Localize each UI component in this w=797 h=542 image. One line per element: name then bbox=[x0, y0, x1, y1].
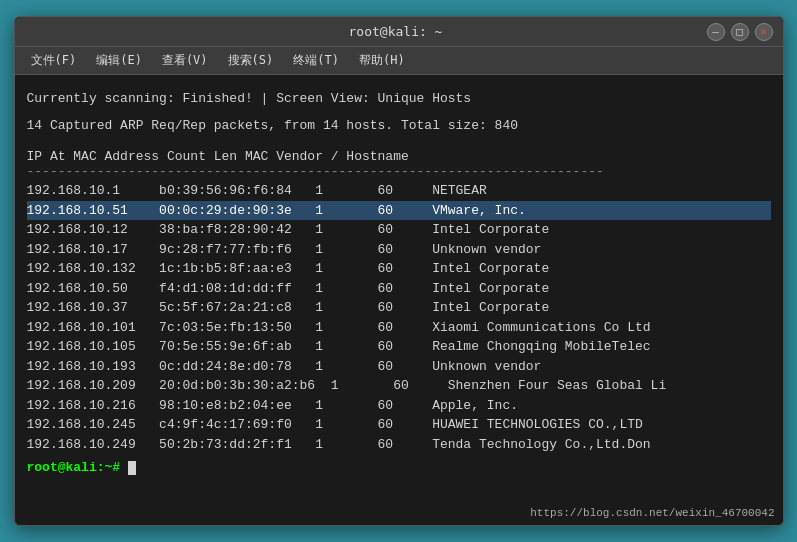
minimize-button[interactable]: — bbox=[707, 23, 725, 41]
table-row: 192.168.10.245 c4:9f:4c:17:69:f0 1 60 HU… bbox=[27, 415, 771, 435]
menu-item[interactable]: 终端(T) bbox=[285, 50, 347, 71]
menu-item[interactable]: 查看(V) bbox=[154, 50, 216, 71]
window-controls: — □ ✕ bbox=[707, 23, 773, 41]
cursor bbox=[128, 461, 136, 475]
table-row: 192.168.10.51 00:0c:29:de:90:3e 1 60 VMw… bbox=[27, 201, 771, 221]
table-row: 192.168.10.101 7c:03:5e:fb:13:50 1 60 Xi… bbox=[27, 318, 771, 338]
menu-item[interactable]: 编辑(E) bbox=[88, 50, 150, 71]
table-row: 192.168.10.132 1c:1b:b5:8f:aa:e3 1 60 In… bbox=[27, 259, 771, 279]
table-divider: ----------------------------------------… bbox=[27, 164, 771, 179]
titlebar: root@kali: ~ — □ ✕ bbox=[15, 17, 783, 47]
table-row: 192.168.10.12 38:ba:f8:28:90:42 1 60 Int… bbox=[27, 220, 771, 240]
table-row: 192.168.10.17 9c:28:f7:77:fb:f6 1 60 Unk… bbox=[27, 240, 771, 260]
menu-item[interactable]: 搜索(S) bbox=[220, 50, 282, 71]
prompt-line: root@kali:~# bbox=[27, 460, 771, 475]
maximize-button[interactable]: □ bbox=[731, 23, 749, 41]
menu-item[interactable]: 文件(F) bbox=[23, 50, 85, 71]
terminal-content[interactable]: Currently scanning: Finished! | Screen V… bbox=[15, 75, 783, 525]
table-row: 192.168.10.1 b0:39:56:96:f6:84 1 60 NETG… bbox=[27, 181, 771, 201]
table-row: 192.168.10.216 98:10:e8:b2:04:ee 1 60 Ap… bbox=[27, 396, 771, 416]
table-row: 192.168.10.249 50:2b:73:dd:2f:f1 1 60 Te… bbox=[27, 435, 771, 455]
table-body: 192.168.10.1 b0:39:56:96:f6:84 1 60 NETG… bbox=[27, 181, 771, 454]
watermark: https://blog.csdn.net/weixin_46700042 bbox=[530, 507, 774, 519]
prompt-text: root@kali:~# bbox=[27, 460, 121, 475]
table-row: 192.168.10.105 70:5e:55:9e:6f:ab 1 60 Re… bbox=[27, 337, 771, 357]
window-title: root@kali: ~ bbox=[85, 24, 707, 39]
terminal-window: root@kali: ~ — □ ✕ 文件(F)编辑(E)查看(V)搜索(S)终… bbox=[14, 16, 784, 526]
table-row: 192.168.10.50 f4:d1:08:1d:dd:ff 1 60 Int… bbox=[27, 279, 771, 299]
table-row: 192.168.10.193 0c:dd:24:8e:d0:78 1 60 Un… bbox=[27, 357, 771, 377]
table-row: 192.168.10.209 20:0d:b0:3b:30:a2:b6 1 60… bbox=[27, 376, 771, 396]
table-row: 192.168.10.37 5c:5f:67:2a:21:c8 1 60 Int… bbox=[27, 298, 771, 318]
menubar: 文件(F)编辑(E)查看(V)搜索(S)终端(T)帮助(H) bbox=[15, 47, 783, 75]
stats-line: 14 Captured ARP Req/Rep packets, from 14… bbox=[27, 118, 771, 133]
menu-item[interactable]: 帮助(H) bbox=[351, 50, 413, 71]
status-line: Currently scanning: Finished! | Screen V… bbox=[27, 91, 771, 106]
table-header: IP At MAC Address Count Len MAC Vendor /… bbox=[27, 149, 771, 164]
close-button[interactable]: ✕ bbox=[755, 23, 773, 41]
